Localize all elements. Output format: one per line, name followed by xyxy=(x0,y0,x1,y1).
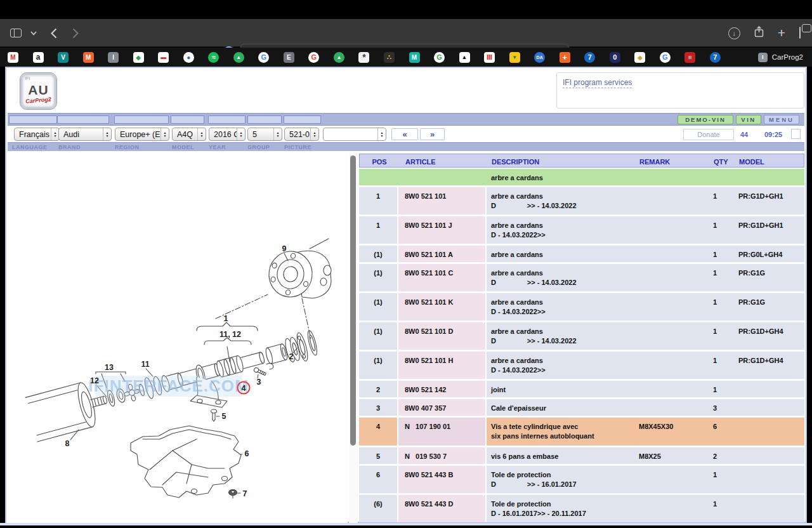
plug-7 xyxy=(229,490,237,499)
filter-slot-language[interactable] xyxy=(9,116,57,124)
filter-slot-model[interactable] xyxy=(171,116,204,124)
table-row[interactable]: 38W0 407 357 Cale d'epaisseur 3 xyxy=(359,399,804,416)
brand-select[interactable]: Audi▲▼ xyxy=(58,128,112,141)
downloads-button[interactable]: ↓ xyxy=(728,27,740,39)
language-select[interactable]: Français▲▼ xyxy=(14,128,60,141)
bookmark-favicon[interactable]: ◆ xyxy=(133,52,144,63)
filter-slot-group[interactable] xyxy=(247,116,282,124)
watermark: IFINTERFACE.COM xyxy=(95,376,242,397)
bookmark-favicon[interactable]: * xyxy=(358,52,369,63)
bookmark-favicon[interactable]: V xyxy=(58,52,69,63)
col-remark[interactable]: REMARK xyxy=(633,154,707,167)
callout-12[interactable]: 12 xyxy=(90,376,99,385)
callout-2[interactable]: 2 xyxy=(289,352,294,361)
previous-picture-button[interactable]: « xyxy=(391,128,418,140)
bookmark-favicon[interactable]: M xyxy=(83,52,94,63)
callout-13[interactable]: 13 xyxy=(105,363,114,372)
bookmark-favicon[interactable]: I xyxy=(108,52,119,63)
label-model: MODEL xyxy=(172,144,194,150)
year-select[interactable]: 2016 C▲▼ xyxy=(209,128,246,141)
bookmark-favicon[interactable]: ≈ xyxy=(208,52,219,63)
bookmark-favicon[interactable]: Ⅲ xyxy=(484,52,495,63)
col-article[interactable]: ARTICLE xyxy=(399,154,487,167)
table-row[interactable]: 28W0 521 142 joint 1 xyxy=(359,381,804,397)
col-pos[interactable]: POS xyxy=(360,154,399,167)
region-select[interactable]: Europe+ (EU)▲▼ xyxy=(115,128,169,141)
app-logo[interactable]: IFI AU CarProg2 xyxy=(20,73,56,109)
menu-button[interactable]: MENU xyxy=(764,115,799,124)
table-row[interactable]: (1)8W0 521 101 D arbre a cardansD >> - 1… xyxy=(359,322,804,350)
forward-button[interactable] xyxy=(72,28,79,39)
filter-slot-region[interactable] xyxy=(114,116,169,124)
subgroup-select[interactable]: ▲▼ xyxy=(323,128,386,141)
bookmark-favicon[interactable]: ≡ xyxy=(684,52,695,63)
callout-1[interactable]: 1 xyxy=(224,314,228,323)
time-checkbox[interactable] xyxy=(791,129,801,139)
back-button[interactable] xyxy=(51,28,57,39)
bookmark-favicon[interactable]: DA xyxy=(534,52,545,63)
col-qty[interactable]: QTY xyxy=(707,154,733,167)
vin-button[interactable]: VIN xyxy=(736,115,761,124)
bookmark-favicon[interactable]: ● xyxy=(183,52,194,63)
table-row[interactable]: (1)8W0 521 101 A arbre a cardans 1PR:G0L… xyxy=(359,246,804,262)
table-row[interactable]: (1)8W0 521 101 K arbre a cardansD - 14.0… xyxy=(359,293,804,320)
sidebar-toggle-button[interactable] xyxy=(10,29,22,37)
table-row[interactable]: (1)8W0 521 101 H arbre a cardansD - 14.0… xyxy=(359,352,804,379)
table-row[interactable]: (1)8W0 521 101 C arbre a cardansD >> - 1… xyxy=(359,264,804,291)
ifi-program-services-link[interactable]: IFI program services xyxy=(563,78,632,88)
next-picture-button[interactable]: » xyxy=(420,128,445,140)
callout-8[interactable]: 8 xyxy=(65,439,70,448)
bookmark-favicon[interactable]: ∴ xyxy=(384,52,395,63)
bookmark-favicon[interactable]: ▲ xyxy=(334,52,344,63)
tab-group-chevron-button[interactable] xyxy=(30,31,37,36)
scrollbar-thumb[interactable] xyxy=(350,155,356,446)
share-button[interactable] xyxy=(754,26,764,40)
callout-4-selected[interactable]: 4 xyxy=(237,381,251,395)
bookmark-favicon[interactable]: ◆ xyxy=(634,52,645,63)
col-model[interactable]: MODEL xyxy=(733,154,804,167)
picture-select[interactable]: 521-01▲▼ xyxy=(284,128,319,141)
demo-vin-button[interactable]: DEMO-VIN xyxy=(678,115,733,124)
callout-7[interactable]: 7 xyxy=(243,489,247,498)
callout-3[interactable]: 3 xyxy=(257,378,261,386)
bookmark-favicon[interactable]: ▲ xyxy=(459,52,470,63)
bookmark-favicon[interactable]: a xyxy=(33,52,44,63)
table-row[interactable]: 68W0 521 443 B Tole de protectionD >> - … xyxy=(359,466,804,493)
bookmark-favicon[interactable]: ▲ xyxy=(233,52,244,63)
parts-diagram-pane[interactable]: IFINTERFACE.COM 9 1 11, 12 13 12 11 2 3 … xyxy=(6,152,348,523)
col-description[interactable]: DESCRIPTION xyxy=(487,154,633,167)
table-row[interactable]: 18W0 521 101 J arbre a cardansD - 14.03.… xyxy=(359,216,804,244)
group-select[interactable]: 5▲▼ xyxy=(247,128,282,141)
callout-11-12[interactable]: 11, 12 xyxy=(219,330,241,339)
donate-button[interactable]: Donate xyxy=(683,129,734,140)
bookmark-favicon[interactable]: 7 xyxy=(710,52,721,63)
bookmark-favicon[interactable]: M xyxy=(8,52,18,63)
callout-6[interactable]: 6 xyxy=(245,449,249,458)
bookmark-favicon[interactable]: 7 xyxy=(584,52,595,63)
bookmark-favicon[interactable]: G xyxy=(258,52,269,63)
table-row-selected[interactable]: 4N 107 190 01 Vis a tete cylindrique ave… xyxy=(359,418,804,446)
callout-11[interactable]: 11 xyxy=(141,360,149,369)
bookmark-favicon[interactable]: G xyxy=(308,52,319,63)
new-tab-button[interactable]: + xyxy=(778,25,785,41)
table-row[interactable]: 18W0 521 101 arbre a cardansD >> - 14.03… xyxy=(359,187,804,214)
bookmark-favicon[interactable]: M xyxy=(409,52,420,63)
bookmark-favicon[interactable]: E xyxy=(284,52,294,63)
callout-9[interactable]: 9 xyxy=(282,244,287,253)
filter-slot-picture[interactable] xyxy=(284,116,321,124)
filter-slot-year[interactable] xyxy=(208,116,246,124)
tab-overview-button[interactable] xyxy=(799,27,801,39)
bookmark-favicon[interactable]: + xyxy=(560,52,570,63)
callout-5[interactable]: 5 xyxy=(222,412,226,421)
filter-slot-brand[interactable] xyxy=(57,116,109,124)
bookmark-favicon[interactable]: G xyxy=(660,52,671,63)
diagram-scrollbar[interactable] xyxy=(349,152,358,523)
bookmark-favicon[interactable]: G xyxy=(434,52,445,63)
model-select[interactable]: A4Q▲▼ xyxy=(172,128,206,141)
bookmark-favicon[interactable]: 0 xyxy=(610,52,620,63)
bookmark-favicon[interactable]: ▬ xyxy=(158,52,169,63)
table-row[interactable]: (6)8W0 521 443 D Tole de protectionD - 1… xyxy=(359,495,804,522)
bookmark-carprog2[interactable]: I CarProg2 xyxy=(758,48,803,67)
bookmark-favicon[interactable]: ▼ xyxy=(509,52,520,63)
table-row[interactable]: 5N 019 530 7 vis 6 pans a embase M8X252 xyxy=(359,447,804,464)
